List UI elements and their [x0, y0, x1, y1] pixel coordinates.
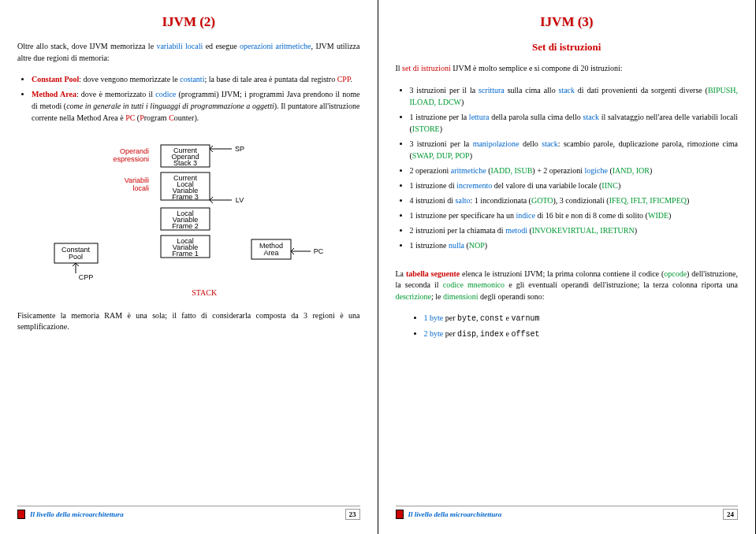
- list-item: 1 istruzione di incremento del valore di…: [410, 180, 739, 191]
- instruction-list: 3 istruzioni per il la scrittura sulla c…: [396, 84, 739, 254]
- svg-line-5: [76, 263, 79, 266]
- svg-text:LV: LV: [236, 196, 244, 204]
- list-item: 1 istruzione per la lettura della parola…: [410, 111, 739, 135]
- list-item: Constant Pool: dove vengono memorizzate …: [32, 73, 360, 85]
- intro-text: Oltre allo stack, dove IJVM memorizza le…: [17, 41, 360, 64]
- page-footer: Il livello della microarchitettura 23: [17, 506, 360, 520]
- page-title: IJVM (2): [17, 14, 360, 30]
- svg-line-37: [291, 251, 294, 254]
- svg-text:Operandi: Operandi: [120, 147, 149, 155]
- svg-text:SP: SP: [235, 145, 244, 153]
- svg-line-36: [291, 248, 294, 251]
- list-item: 1 byte per byte, const e varnum: [424, 312, 739, 324]
- footer-marker: [396, 510, 404, 519]
- list-item: 4 istruzioni di salto: 1 incondizionata …: [410, 195, 739, 206]
- svg-text:Frame 1: Frame 1: [172, 250, 199, 258]
- list-item: 2 operazioni aritmetiche (IADD, ISUB) + …: [410, 165, 739, 176]
- list-item: 2 istruzioni per la chiamata di metodi (…: [410, 224, 739, 236]
- memory-diagram: ConstantPool CPP CurrentOperandStack 3 C…: [17, 141, 360, 283]
- svg-line-4: [73, 263, 76, 266]
- list-item: 1 istruzione per specificare ha un indic…: [410, 210, 739, 221]
- svg-line-33: [210, 200, 213, 203]
- page-title: IJVM (3): [396, 14, 739, 30]
- svg-text:Area: Area: [264, 249, 279, 257]
- svg-text:espressioni: espressioni: [114, 155, 150, 163]
- svg-text:locali: locali: [133, 184, 150, 192]
- footer-marker: [17, 510, 25, 519]
- svg-text:Variabili: Variabili: [125, 176, 149, 184]
- intro-text: Il set di istruzioni IJVM è molto sempli…: [396, 63, 739, 75]
- svg-text:Stack 3: Stack 3: [173, 159, 197, 167]
- table-intro: La tabella seguente elenca le istruzioni…: [396, 269, 739, 303]
- list-item: Method Area: dove è memorizzato il codic…: [32, 88, 360, 124]
- closing-text: Fisicamente la memoria RAM è una sola; i…: [17, 310, 360, 333]
- svg-line-32: [210, 197, 213, 200]
- page-footer: Il livello della microarchitettura 24: [396, 506, 739, 520]
- svg-text:Frame 2: Frame 2: [172, 222, 199, 230]
- dimensions-list: 1 byte per byte, const e varnum 2 byte p…: [396, 312, 739, 343]
- svg-text:PC: PC: [314, 247, 324, 255]
- svg-text:Frame 3: Frame 3: [172, 193, 199, 201]
- section-title: Set di istruzioni: [396, 41, 739, 54]
- stack-label: STACK: [17, 287, 360, 299]
- list-item: 3 istruzioni per il la scrittura sulla c…: [410, 84, 739, 108]
- svg-text:Pool: Pool: [69, 253, 83, 261]
- list-item: 3 istruzioni per la manipolazione dello …: [410, 138, 739, 161]
- svg-text:CPP: CPP: [79, 273, 94, 281]
- list-item: 2 byte per disp, index e offset: [424, 328, 739, 340]
- memory-regions-list: Constant Pool: dove vengono memorizzate …: [17, 73, 360, 127]
- svg-line-28: [210, 146, 213, 149]
- list-item: 1 istruzione nulla (NOP): [410, 239, 739, 251]
- svg-line-29: [210, 149, 213, 152]
